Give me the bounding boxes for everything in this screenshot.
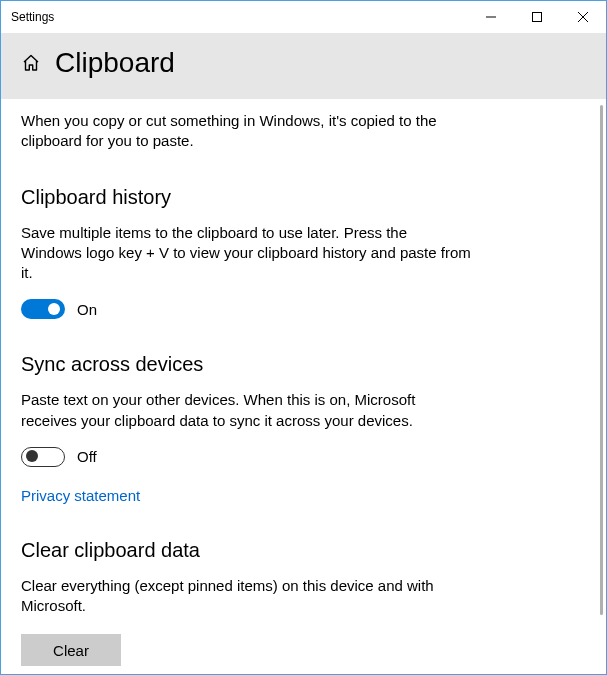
privacy-statement-link[interactable]: Privacy statement (21, 487, 140, 504)
content-area: When you copy or cut something in Window… (1, 99, 606, 674)
clipboard-history-heading: Clipboard history (21, 186, 586, 209)
scrollbar[interactable] (600, 105, 603, 615)
close-icon (578, 12, 588, 22)
minimize-icon (486, 12, 496, 22)
window-title: Settings (1, 10, 468, 24)
close-button[interactable] (560, 1, 606, 33)
clipboard-history-toggle-row: On (21, 299, 586, 319)
clear-data-description: Clear everything (except pinned items) o… (21, 576, 471, 617)
maximize-icon (532, 12, 542, 22)
minimize-button[interactable] (468, 1, 514, 33)
clear-button[interactable]: Clear (21, 634, 121, 666)
maximize-button[interactable] (514, 1, 560, 33)
sync-description: Paste text on your other devices. When t… (21, 390, 471, 431)
clipboard-history-toggle-label: On (77, 301, 97, 318)
clipboard-history-description: Save multiple items to the clipboard to … (21, 223, 471, 284)
sync-toggle[interactable] (21, 447, 65, 467)
sync-heading: Sync across devices (21, 353, 586, 376)
page-header: Clipboard (1, 33, 606, 99)
svg-rect-1 (533, 13, 542, 22)
toggle-knob (48, 303, 60, 315)
clear-data-heading: Clear clipboard data (21, 539, 586, 562)
intro-text: When you copy or cut something in Window… (21, 111, 471, 152)
home-icon[interactable] (21, 53, 41, 73)
titlebar: Settings (1, 1, 606, 33)
toggle-knob (26, 450, 38, 462)
sync-toggle-label: Off (77, 448, 97, 465)
clipboard-history-toggle[interactable] (21, 299, 65, 319)
page-title: Clipboard (55, 47, 175, 79)
sync-toggle-row: Off (21, 447, 586, 467)
